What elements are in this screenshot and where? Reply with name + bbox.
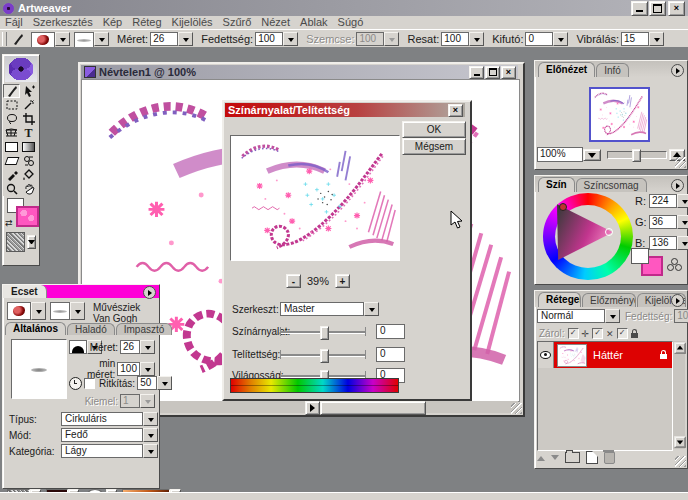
saturation-value[interactable]: 0 xyxy=(376,347,405,362)
brush-variant-combo[interactable] xyxy=(31,32,70,46)
preview-zoom-input[interactable]: 100% xyxy=(537,147,583,162)
new-group-button[interactable] xyxy=(565,452,580,463)
hue-slider[interactable] xyxy=(280,325,366,339)
brush-size-combo[interactable]: 26 xyxy=(120,340,155,354)
brush-tool[interactable] xyxy=(3,84,20,98)
fill-tool[interactable] xyxy=(20,168,37,182)
doc-maximize-button[interactable] xyxy=(485,66,500,79)
spacing-checkbox[interactable] xyxy=(84,378,95,389)
preview-zoom-knob[interactable] xyxy=(632,149,641,162)
lock-all-checkbox[interactable]: ✓ xyxy=(617,328,628,339)
preview-resize-grip[interactable] xyxy=(675,157,686,168)
panel-foreground-swatch[interactable] xyxy=(631,248,649,264)
crop-tool[interactable] xyxy=(20,112,37,126)
zoom-in-button[interactable]: + xyxy=(335,274,350,288)
swap-colors-icon[interactable]: ⇄ xyxy=(5,218,13,228)
menu-nezet[interactable]: Nézet xyxy=(256,16,295,29)
shape-tool[interactable] xyxy=(3,140,20,154)
red-combo[interactable]: 224 xyxy=(649,194,688,208)
eyedropper-tool[interactable] xyxy=(3,168,20,182)
zoom-tool[interactable] xyxy=(3,182,20,196)
layers-scroll-up[interactable] xyxy=(674,342,685,353)
resat-combo[interactable]: 100 xyxy=(441,32,484,46)
layers-panel-menu-button[interactable] xyxy=(671,294,684,307)
meret-combo[interactable]: 26 xyxy=(150,32,193,46)
hue-slider-knob[interactable] xyxy=(320,326,329,340)
lock-pixels-checkbox[interactable]: ✓ xyxy=(592,328,603,339)
hue-marker[interactable] xyxy=(559,203,567,211)
menu-szerkesztes[interactable]: Szerkesztés xyxy=(28,16,98,29)
resize-grip[interactable] xyxy=(511,403,522,414)
preview-panel-menu-button[interactable] xyxy=(671,64,684,77)
vibralas-combo[interactable]: 15 xyxy=(621,32,664,46)
hand-tool[interactable] xyxy=(20,182,37,196)
color-set-icon[interactable] xyxy=(667,258,681,272)
menu-reteg[interactable]: Réteg xyxy=(127,16,166,29)
new-layer-button[interactable] xyxy=(586,451,598,464)
menu-kep[interactable]: Kép xyxy=(98,16,128,29)
color-panel-menu-button[interactable] xyxy=(671,179,684,192)
text-tool[interactable]: T xyxy=(20,126,37,140)
blue-combo[interactable]: 136 xyxy=(649,236,688,250)
menu-sugo[interactable]: Súgó xyxy=(333,16,369,29)
dialog-titlebar[interactable]: Színárnyalat/Telítettség × xyxy=(225,103,465,117)
green-combo[interactable]: 36 xyxy=(649,215,688,229)
stroke-preview-combo[interactable] xyxy=(74,32,109,46)
sv-marker[interactable] xyxy=(605,228,613,236)
pattern-dropdown-button[interactable] xyxy=(27,235,36,249)
menu-fajl[interactable]: Fájl xyxy=(0,16,28,29)
layers-scroll-down[interactable] xyxy=(674,436,685,447)
brush-minsize-combo[interactable]: 100 xyxy=(117,362,155,376)
eraser-tool[interactable] xyxy=(3,154,20,168)
doc-close-button[interactable]: × xyxy=(501,66,516,79)
saturation-slider[interactable] xyxy=(280,348,366,362)
zoom-out-button[interactable]: - xyxy=(286,274,301,288)
layer-visibility-cell[interactable] xyxy=(538,342,554,368)
dialog-close-button[interactable]: × xyxy=(448,104,463,117)
brush-category-combo[interactable] xyxy=(7,302,46,316)
document-titlebar[interactable]: Névtelen1 @ 100% × xyxy=(81,65,518,79)
toolbar-grip[interactable] xyxy=(2,32,7,46)
minimize-button[interactable] xyxy=(631,1,648,16)
magic-wand-tool[interactable] xyxy=(20,98,37,112)
restore-button[interactable] xyxy=(649,1,666,16)
ok-button[interactable]: OK xyxy=(402,121,466,138)
brush-mode-combo[interactable]: Fedő xyxy=(61,428,158,442)
close-button[interactable]: × xyxy=(668,1,685,16)
brush-type-combo[interactable]: Cirkuláris xyxy=(61,412,158,426)
layers-resize-grip[interactable] xyxy=(675,456,686,467)
layers-scrollbar[interactable] xyxy=(673,341,685,449)
scrollbar-thumb[interactable] xyxy=(320,401,426,415)
cancel-button[interactable]: Mégsem xyxy=(402,138,466,155)
tab-szin[interactable]: Szín xyxy=(538,177,575,192)
slice-tool[interactable] xyxy=(3,126,20,140)
preview-zoom-out-button[interactable] xyxy=(583,149,601,161)
scroll-right-button[interactable] xyxy=(305,401,320,415)
tab-impaszto[interactable]: Impasztó xyxy=(116,323,173,335)
tab-retegek[interactable]: Rétegek xyxy=(538,292,581,307)
tab-info[interactable]: Infó xyxy=(596,63,629,77)
tab-elozmenyek[interactable]: Előzmények xyxy=(582,293,636,307)
move-layer-up-button[interactable] xyxy=(537,452,545,461)
menu-ablak[interactable]: Ablak xyxy=(295,16,333,29)
brush-spacing-combo[interactable]: 50 xyxy=(137,376,172,390)
brush-panel-menu-button[interactable] xyxy=(143,286,156,299)
tab-szincsomag[interactable]: Színcsomag xyxy=(576,178,647,192)
tab-elonezet[interactable]: Előnézet xyxy=(538,62,595,77)
tab-altalanos[interactable]: Általános xyxy=(5,322,66,335)
kifuto-combo[interactable]: 0 xyxy=(525,32,568,46)
gradient-tool[interactable] xyxy=(20,140,37,154)
edit-combo[interactable]: Master xyxy=(280,302,379,316)
delete-layer-button[interactable] xyxy=(604,452,615,464)
marquee-tool[interactable] xyxy=(3,98,20,112)
tab-halado[interactable]: Haladó xyxy=(67,323,115,335)
move-tool[interactable] xyxy=(20,84,37,98)
app-titlebar[interactable]: Artweaver × xyxy=(0,0,688,16)
blend-mode-combo[interactable]: Normál xyxy=(537,309,620,323)
pattern-swatch[interactable] xyxy=(6,232,25,252)
brush-stroke-combo[interactable] xyxy=(50,302,85,316)
menu-kijeloles[interactable]: Kijelölés xyxy=(167,16,218,29)
lasso-tool[interactable] xyxy=(3,112,20,126)
menu-szuro[interactable]: Szűrő xyxy=(218,16,257,29)
brush-kategoria-combo[interactable]: Lágy xyxy=(61,444,158,458)
